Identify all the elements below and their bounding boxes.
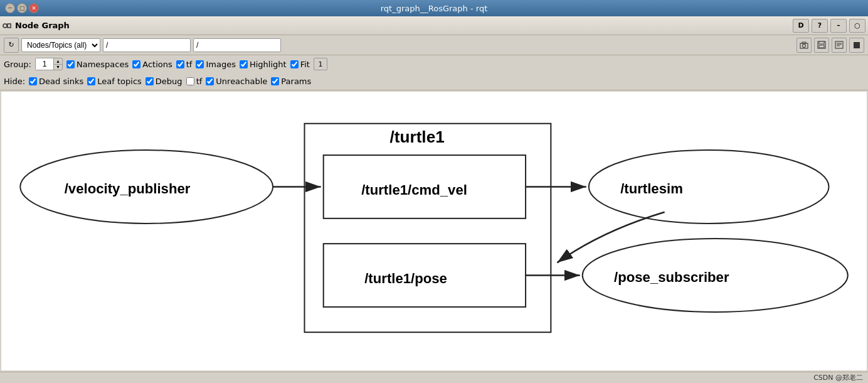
control-bar-2: Hide: Dead sinks Leaf topics Debug tf Un…	[0, 73, 868, 90]
actions-checkbox-label[interactable]: Actions	[132, 60, 172, 69]
params-label: Params	[281, 77, 311, 86]
control-bar-1: Group: ▲ ▼ Namespaces Actions tf Images …	[0, 55, 868, 73]
unreachable-checkbox[interactable]	[206, 77, 214, 85]
svg-rect-8	[819, 45, 824, 48]
graph-canvas[interactable]: /turtle1 /turtle1/cmd_vel /turtle1/pose …	[1, 92, 867, 370]
pose-label: /turtle1/pose	[364, 271, 447, 286]
actions-label: Actions	[142, 60, 172, 69]
leaf-topics-checkbox-label[interactable]: Leaf topics	[87, 77, 142, 86]
view-mode-dropdown[interactable]: Nodes/Topics (all) Nodes only Topics onl…	[21, 38, 100, 52]
tf2-label: tf	[196, 77, 203, 86]
svg-rect-1	[8, 24, 11, 28]
statusbar: CSDN @郑老二	[0, 372, 868, 383]
debug-checkbox-label[interactable]: Debug	[146, 77, 183, 86]
leaf-topics-label: Leaf topics	[97, 77, 142, 86]
filter2-input[interactable]	[193, 38, 281, 52]
graph-svg: /turtle1 /turtle1/cmd_vel /turtle1/pose …	[1, 92, 867, 370]
images-checkbox[interactable]	[196, 60, 204, 68]
header-controls: D ? – ○	[793, 19, 865, 33]
dead-sinks-label: Dead sinks	[39, 77, 83, 86]
turtle1-label: /turtle1	[389, 127, 444, 146]
highlight-checkbox[interactable]	[240, 60, 248, 68]
badge-button[interactable]: 1	[314, 58, 327, 70]
d-button[interactable]: D	[793, 19, 809, 33]
dead-sinks-checkbox-label[interactable]: Dead sinks	[29, 77, 83, 86]
pose-subscriber-label: /pose_subscriber	[614, 269, 729, 285]
stop-button[interactable]	[849, 38, 864, 53]
namespaces-checkbox-label[interactable]: Namespaces	[66, 60, 129, 69]
svg-rect-5	[802, 42, 806, 44]
titlebar: ─ □ ✕ rqt_graph__RosGraph - rqt	[0, 0, 868, 16]
spinbox-arrows: ▲ ▼	[53, 58, 62, 70]
svg-point-4	[803, 44, 806, 47]
fit-checkbox[interactable]	[290, 60, 299, 68]
app-title: Node Graph	[15, 21, 70, 30]
debug-checkbox[interactable]	[146, 77, 154, 85]
unreachable-label: Unreachable	[216, 77, 267, 86]
namespaces-label: Namespaces	[77, 60, 129, 69]
minimize-button[interactable]: ─	[5, 3, 15, 13]
params-checkbox-label[interactable]: Params	[271, 77, 311, 86]
fit-label: Fit	[300, 60, 310, 69]
window-title: rqt_graph__RosGraph - rqt	[43, 4, 825, 13]
svg-rect-13	[854, 42, 860, 48]
maximize-button[interactable]: □	[17, 3, 27, 13]
highlight-label: Highlight	[250, 60, 287, 69]
dead-sinks-checkbox[interactable]	[29, 77, 37, 85]
actions-checkbox[interactable]	[132, 60, 140, 68]
spinbox-down[interactable]: ▼	[54, 65, 62, 70]
main-toolbar: ↻ Nodes/Topics (all) Nodes only Topics o…	[0, 35, 868, 55]
save-button[interactable]	[814, 38, 829, 53]
window-minus-button[interactable]: –	[830, 19, 847, 33]
group-value[interactable]	[36, 58, 53, 70]
tf-checkbox[interactable]	[176, 60, 184, 68]
window-close-button[interactable]: ○	[849, 19, 865, 33]
help-button[interactable]: ?	[812, 19, 828, 33]
load-button[interactable]	[832, 38, 847, 53]
leaf-topics-checkbox[interactable]	[87, 77, 95, 85]
hide-label: Hide:	[4, 77, 25, 86]
svg-rect-7	[819, 41, 824, 44]
cmd-vel-label: /turtle1/cmd_vel	[361, 182, 467, 198]
tf2-checkbox-label[interactable]: tf	[186, 77, 203, 86]
app-header: Node Graph D ? – ○	[0, 16, 868, 35]
filter1-input[interactable]	[103, 38, 191, 52]
images-checkbox-label[interactable]: Images	[196, 60, 236, 69]
velocity-publisher-label: /velocity_publisher	[65, 181, 191, 197]
group-spinbox[interactable]: ▲ ▼	[35, 58, 63, 70]
tf-checkbox-label[interactable]: tf	[176, 60, 193, 69]
snapshot-button[interactable]	[797, 38, 812, 53]
namespaces-checkbox[interactable]	[66, 60, 75, 68]
spinbox-up[interactable]: ▲	[54, 58, 62, 65]
fit-checkbox-label[interactable]: Fit	[290, 60, 310, 69]
close-button[interactable]: ✕	[29, 3, 39, 13]
svg-point-0	[3, 24, 7, 28]
tf-label: tf	[186, 60, 193, 69]
debug-label: Debug	[156, 77, 183, 86]
refresh-button[interactable]: ↻	[4, 38, 19, 53]
group-label: Group:	[4, 60, 31, 69]
tf2-checkbox[interactable]	[186, 77, 194, 85]
status-text: CSDN @郑老二	[813, 373, 863, 382]
refresh-icon: ↻	[8, 41, 14, 49]
highlight-checkbox-label[interactable]: Highlight	[240, 60, 287, 69]
images-label: Images	[206, 60, 236, 69]
turtlesim-label: /turtlesim	[620, 181, 683, 197]
app-icon	[3, 21, 13, 31]
params-checkbox[interactable]	[271, 77, 279, 85]
unreachable-checkbox-label[interactable]: Unreachable	[206, 77, 267, 86]
